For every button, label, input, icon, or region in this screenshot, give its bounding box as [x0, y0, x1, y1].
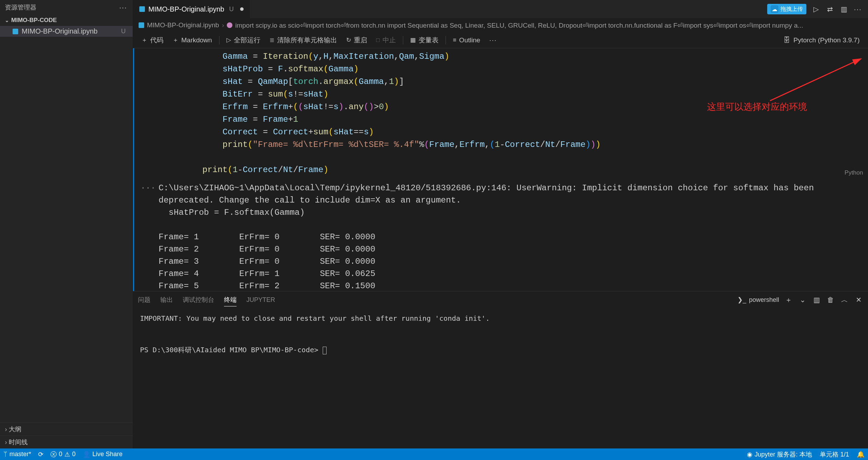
panel-tabs: 问题 输出 调试控制台 终端 JUPYTER ❯_ powershell ＋ ⌄…	[133, 291, 868, 308]
outline-section[interactable]: 大纲	[0, 423, 133, 436]
live-share-button[interactable]: 👤Live Share	[83, 451, 122, 458]
plus-icon: ＋	[141, 36, 147, 44]
tab-more-icon[interactable]: ···	[853, 5, 862, 14]
warning-icon: ⚠	[64, 451, 70, 458]
bottom-panel: 问题 输出 调试控制台 终端 JUPYTER ❯_ powershell ＋ ⌄…	[133, 291, 868, 448]
upload-label: 拖拽上传	[780, 6, 803, 13]
file-git-status: U	[121, 28, 126, 35]
play-icon: ▷	[226, 36, 231, 44]
add-code-button[interactable]: ＋代码	[137, 34, 168, 46]
tab-dirty-indicator	[240, 7, 244, 11]
diff-icon[interactable]: ⇄	[825, 5, 834, 14]
cell-language-label[interactable]: Python	[845, 169, 863, 176]
terminal-cursor	[323, 347, 327, 354]
file-name: MIMO-BP-Original.ipynb	[22, 27, 98, 35]
upload-badge[interactable]: ☁ 拖拽上传	[767, 4, 806, 14]
file-item[interactable]: MIMO-BP-Original.ipynb U	[0, 26, 133, 37]
breadcrumb-symbol: import scipy.io as scio⏎import torch⏎fro…	[235, 21, 803, 29]
status-bar: ᛘmaster* ⟳ ⓧ0 ⚠0 👤Live Share ◉Jupyter 服务…	[0, 448, 868, 460]
explorer-more-icon[interactable]: ···	[119, 3, 128, 12]
tab-output[interactable]: 输出	[160, 293, 173, 306]
terminal-body[interactable]: IMPORTANT: You may need to close and res…	[133, 308, 868, 448]
terminal-shell-selector[interactable]: ❯_ powershell	[737, 296, 779, 304]
kernel-label: Pytorch (Python 3.9.7)	[793, 36, 860, 44]
restart-icon: ↻	[346, 36, 351, 44]
chevron-down-icon[interactable]: ⌄	[798, 295, 807, 304]
new-terminal-button[interactable]: ＋	[784, 295, 793, 304]
branch-icon: ᛘ	[4, 451, 7, 458]
output-collapse-icon[interactable]: ···	[138, 182, 159, 291]
variables-icon: ▦	[410, 36, 416, 44]
kernel-selector[interactable]: 🗄 Pytorch (Python 3.9.7)	[783, 36, 864, 44]
outline-icon: ≡	[453, 37, 456, 44]
jupyter-server-status[interactable]: ◉Jupyter 服务器: 本地	[747, 450, 812, 459]
tab-debug-console[interactable]: 调试控制台	[183, 293, 214, 306]
variables-button[interactable]: ▦变量表	[406, 34, 443, 46]
split-editor-icon[interactable]: ▥	[839, 5, 848, 14]
clear-outputs-button[interactable]: ≣清除所有单元格输出	[265, 34, 341, 46]
sync-icon: ⟳	[38, 451, 43, 458]
breadcrumb-file: MIMO-BP-Original.ipynb	[147, 21, 219, 29]
terminal-text: IMPORTANT: You may need to close and res…	[140, 314, 490, 354]
notebook-icon	[139, 22, 144, 28]
notebook-icon	[13, 29, 18, 34]
code-cell[interactable]: Gamma = Iteration(y,H,MaxIteration,Qam,S…	[133, 48, 868, 178]
sync-button[interactable]: ⟳	[38, 451, 43, 458]
tab-problems[interactable]: 问题	[138, 293, 150, 306]
notifications-icon[interactable]: 🔔	[857, 451, 864, 458]
tab-git-status: U	[229, 6, 234, 13]
restart-button[interactable]: ↻重启	[342, 34, 371, 46]
editor-body: Gamma = Iteration(y,H,MaxIteration,Qam,S…	[133, 48, 868, 291]
explorer-sidebar: 资源管理器 ··· MIMO-BP-CODE MIMO-BP-Original.…	[0, 0, 133, 448]
run-all-button[interactable]: ▷全部运行	[222, 34, 265, 46]
close-panel-icon[interactable]: ✕	[854, 295, 863, 304]
maximize-panel-icon[interactable]: ︿	[840, 295, 849, 304]
clear-icon: ≣	[270, 36, 274, 44]
liveshare-icon: 👤	[83, 451, 90, 458]
kill-terminal-icon[interactable]: 🗑	[826, 295, 835, 304]
tab-bar: MIMO-BP-Original.ipynb U ☁ 拖拽上传 ▷ ⇄ ▥ ··…	[133, 0, 868, 18]
plus-icon: ＋	[173, 36, 178, 44]
outline-button[interactable]: ≡Outline	[449, 35, 484, 45]
split-terminal-icon[interactable]: ▥	[812, 295, 821, 304]
folder-section-header[interactable]: MIMO-BP-CODE	[0, 15, 133, 26]
add-markdown-button[interactable]: ＋Markdown	[168, 35, 216, 45]
tab-terminal[interactable]: 终端	[224, 293, 237, 306]
terminal-icon: ❯_	[737, 296, 746, 304]
cell-output: ··· C:\Users\ZIHAOG~1\AppData\Local\Temp…	[133, 178, 868, 291]
toolbar-more-button[interactable]: ···	[485, 35, 501, 45]
symbol-icon	[227, 22, 232, 28]
problems-status[interactable]: ⓧ0 ⚠0	[50, 450, 76, 459]
notebook-toolbar: ＋代码 ＋Markdown ▷全部运行 ≣清除所有单元格输出 ↻重启 □中止 ▦…	[133, 32, 868, 48]
timeline-section[interactable]: 时间线	[0, 436, 133, 448]
tab-jupyter[interactable]: JUPYTER	[246, 294, 275, 306]
explorer-title: 资源管理器	[5, 3, 36, 12]
interrupt-button[interactable]: □中止	[372, 34, 400, 46]
run-cell-icon[interactable]: ▷	[811, 5, 820, 14]
output-text: C:\Users\ZIHAOG~1\AppData\Local\Temp/ipy…	[159, 182, 864, 291]
tab-title: MIMO-BP-Original.ipynb	[148, 5, 224, 13]
chevron-right-icon: ›	[222, 21, 224, 29]
notebook-icon	[139, 6, 145, 12]
breadcrumb[interactable]: MIMO-BP-Original.ipynb › import scipy.io…	[133, 18, 868, 32]
server-icon: 🗄	[783, 36, 790, 44]
code-content[interactable]: Gamma = Iteration(y,H,MaxIteration,Qam,S…	[134, 48, 868, 178]
git-branch[interactable]: ᛘmaster*	[4, 451, 31, 458]
editor-tab[interactable]: MIMO-BP-Original.ipynb U	[133, 0, 250, 18]
cloud-icon: ☁	[771, 5, 778, 13]
stop-icon: □	[376, 37, 380, 44]
error-icon: ⓧ	[50, 450, 57, 459]
cell-position-status[interactable]: 单元格 1/1	[820, 450, 849, 459]
jupyter-icon: ◉	[747, 451, 752, 458]
